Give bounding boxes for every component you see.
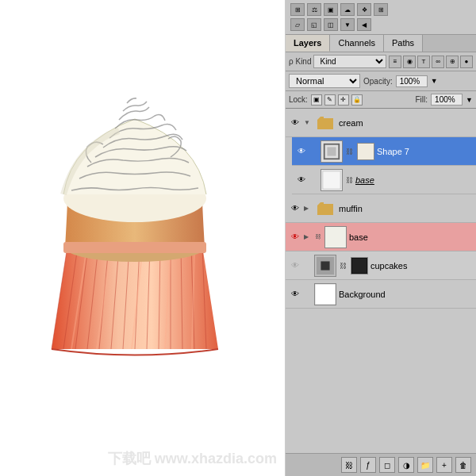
thumb-cupcakes-mask [351, 257, 368, 274]
toolbar-icon-5[interactable]: ❖ [357, 3, 371, 16]
layer-background[interactable]: 👁 Background [286, 280, 476, 309]
thumb-shape7 [321, 140, 343, 163]
lock-icons: ▣ ✎ ✛ 🔒 [311, 94, 363, 106]
opacity-input[interactable] [396, 75, 428, 87]
filter-label: ρ Kind [289, 57, 311, 66]
layer-name-background: Background [339, 290, 473, 299]
eye-shape7[interactable]: 👁 [295, 145, 308, 158]
thumb-cream [314, 112, 336, 134]
filter-icons: ≡ ◉ T ∞ ⊕ ● [389, 56, 473, 68]
blend-mode-select[interactable]: Normal [289, 74, 360, 88]
canvas-area: 下载吧 www.xhazdia.com [0, 0, 286, 476]
eye-cupcakes[interactable]: 👁 [289, 259, 301, 272]
panel-tabs: Layers Channels Paths [286, 35, 476, 52]
chain-base: ⛓ [345, 174, 353, 186]
svg-rect-31 [321, 261, 329, 270]
svg-rect-32 [315, 284, 336, 305]
watermark: 下载吧 www.xhazdia.com [108, 449, 277, 468]
svg-rect-25 [358, 144, 374, 159]
eye-cream[interactable]: 👁 [289, 117, 301, 129]
tab-paths[interactable]: Paths [384, 35, 423, 52]
thumb-background [314, 283, 336, 305]
svg-rect-21 [63, 242, 206, 253]
layer-name-base2: base [349, 232, 473, 242]
mask-icon[interactable]: ◻ [379, 457, 395, 473]
eye-background[interactable]: 👁 [289, 288, 301, 301]
toolbar-row-1: ⊞ ⚖ ▣ ☁ ❖ ⊞ [290, 3, 471, 16]
layers-bottom-toolbar: ⛓ ƒ ◻ ◑ 📁 + 🗑 [286, 453, 476, 476]
filter-icon-6[interactable]: ● [460, 56, 473, 68]
thumb-shape7-mask [357, 143, 374, 160]
thumb-muffin [314, 198, 336, 220]
layer-muffin[interactable]: 👁 ▶ muffin [286, 194, 476, 223]
eye-muffin[interactable]: 👁 [289, 202, 301, 215]
folder-icon[interactable]: 📁 [417, 457, 433, 473]
opacity-label: Opacity: [363, 77, 393, 86]
filter-select[interactable]: Kind [313, 55, 386, 68]
new-layer-icon[interactable]: + [436, 457, 452, 473]
lock-pixels-icon[interactable]: ▣ [311, 94, 322, 106]
filter-icon-2[interactable]: ◉ [403, 56, 416, 68]
layer-cupcakes[interactable]: 👁 ⛓ cupcakes [286, 251, 476, 280]
expand-cream[interactable]: ▼ [304, 119, 312, 126]
svg-rect-28 [325, 227, 346, 248]
lock-label: Lock: [289, 95, 308, 104]
layer-name-cupcakes: cupcakes [370, 261, 473, 271]
eye-base[interactable]: 👁 [295, 174, 308, 186]
layer-name-base: base [355, 175, 473, 185]
layers-list: 👁 ▼ cream 👁 ⛓ [286, 109, 476, 453]
layer-base2[interactable]: 👁 ▶ ⛓ base [286, 223, 476, 251]
filter-row: ρ Kind Kind ≡ ◉ T ∞ ⊕ ● [286, 52, 476, 71]
layer-shape7[interactable]: 👁 ⛓ Shape 7 [292, 137, 476, 166]
effects-icon[interactable]: ƒ [360, 457, 376, 473]
filter-icon-3[interactable]: T [417, 56, 430, 68]
lock-all-icon[interactable]: 🔒 [351, 94, 363, 106]
chain-cupcakes: ⛓ [339, 259, 347, 272]
adjustment-icon[interactable]: ◑ [398, 457, 414, 473]
cupcake-illustration [24, 40, 262, 436]
filter-icon-5[interactable]: ⊕ [446, 56, 459, 68]
layer-base[interactable]: 👁 ⛓ base [292, 166, 476, 194]
toolbar-icon-9[interactable]: ◫ [324, 18, 338, 31]
lock-move-icon[interactable]: ✛ [338, 94, 349, 106]
thumb-base2 [324, 226, 347, 248]
svg-rect-24 [327, 147, 336, 155]
layers-panel: ⊞ ⚖ ▣ ☁ ❖ ⊞ ▱ ◱ ◫ ▼ ◀ Layers Channels Pa… [286, 0, 476, 476]
toolbar-icon-6[interactable]: ⊞ [374, 3, 388, 16]
fill-label: Fill: [416, 95, 428, 104]
layer-cream[interactable]: 👁 ▼ cream [286, 109, 476, 137]
filter-icon-1[interactable]: ≡ [389, 56, 401, 68]
panel-toolbar: ⊞ ⚖ ▣ ☁ ❖ ⊞ ▱ ◱ ◫ ▼ ◀ [286, 0, 476, 35]
link-icon[interactable]: ⛓ [341, 457, 357, 473]
toolbar-icon-2[interactable]: ⚖ [307, 3, 321, 16]
toolbar-icon-10[interactable]: ▼ [340, 18, 355, 31]
chain-shape7: ⛓ [345, 145, 353, 158]
chain-base2: ⛓ [314, 231, 322, 244]
fill-arrow[interactable]: ▼ [466, 96, 473, 104]
opacity-arrow[interactable]: ▼ [431, 77, 438, 85]
toolbar-icon-11[interactable]: ◀ [357, 18, 371, 31]
layer-name-muffin: muffin [339, 204, 473, 213]
layer-name-shape7: Shape 7 [377, 147, 473, 156]
fill-input[interactable] [431, 94, 463, 106]
eye-base2[interactable]: 👁 [289, 231, 301, 244]
toolbar-icon-3[interactable]: ▣ [324, 3, 338, 16]
expand-base2[interactable]: ▶ [304, 233, 312, 240]
filter-icon-4[interactable]: ∞ [432, 56, 444, 68]
tab-layers[interactable]: Layers [286, 35, 330, 52]
tab-channels[interactable]: Channels [330, 35, 383, 52]
blend-row: Normal Opacity: ▼ [286, 71, 476, 91]
toolbar-icon-8[interactable]: ◱ [307, 18, 321, 31]
toolbar-icon-4[interactable]: ☁ [340, 3, 355, 16]
toolbar-icon-7[interactable]: ▱ [290, 18, 305, 31]
delete-icon[interactable]: 🗑 [455, 457, 471, 473]
toolbar-row-2: ▱ ◱ ◫ ▼ ◀ [290, 18, 471, 31]
thumb-cupcakes [314, 255, 336, 277]
expand-muffin[interactable]: ▶ [304, 205, 312, 212]
thumb-base [321, 169, 343, 191]
layer-name-cream: cream [339, 118, 473, 128]
lock-row: Lock: ▣ ✎ ✛ 🔒 Fill: ▼ [286, 91, 476, 109]
lock-paint-icon[interactable]: ✎ [324, 94, 336, 106]
svg-rect-27 [323, 171, 340, 188]
toolbar-icon-1[interactable]: ⊞ [290, 3, 305, 16]
